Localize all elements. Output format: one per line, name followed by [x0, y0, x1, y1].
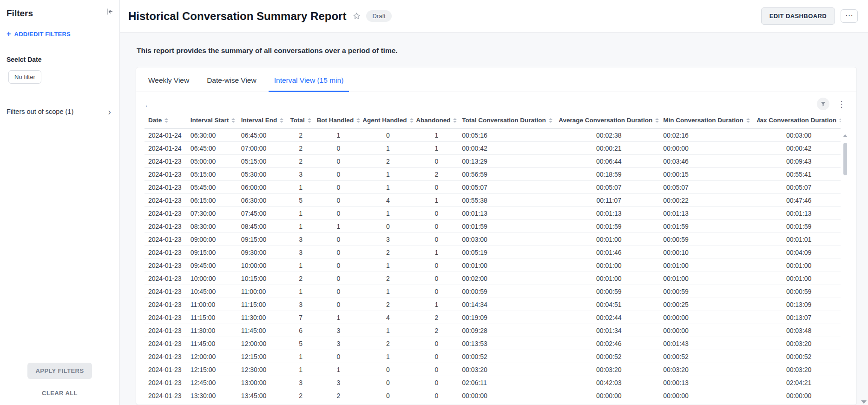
- collapse-sidebar-icon[interactable]: [105, 7, 114, 18]
- cell-interval-end: 06:45:00: [237, 129, 286, 142]
- cell-interval-end: 12:30:00: [237, 363, 286, 376]
- column-header-interval-start[interactable]: Interval Start: [187, 114, 237, 129]
- cell-agent-handled: 0: [361, 220, 414, 233]
- cell-max-conversation-duration: 00:04:09: [757, 246, 841, 259]
- cell-average-conversation-duration: 00:01:59: [558, 220, 659, 233]
- report-table: DateInterval StartInterval EndTotalBot H…: [145, 114, 841, 402]
- cell-agent-handled: 1: [361, 259, 414, 272]
- column-header-min-conversation-duration[interactable]: Min Conversation Duration: [659, 114, 757, 129]
- cell-interval-start: 10:45:00: [187, 285, 237, 298]
- cell-agent-handled: 1: [361, 207, 414, 220]
- cell-bot-handled: 1: [316, 311, 361, 324]
- cell-interval-start: 09:00:00: [187, 233, 237, 246]
- favorite-star-icon[interactable]: [353, 12, 361, 20]
- cell-interval-end: 11:15:00: [237, 298, 286, 311]
- edit-dashboard-button[interactable]: EDIT DASHBOARD: [761, 7, 835, 25]
- cell-abandoned: 2: [414, 311, 458, 324]
- table-row: 2024-01-2309:45:0010:00:00101000:01:0000…: [145, 259, 841, 272]
- cell-total-conversation-duration: 00:13:53: [458, 337, 558, 350]
- table-scrollbar[interactable]: [842, 133, 848, 405]
- column-label: Average Conversation Duration: [559, 117, 652, 124]
- cell-agent-handled: 4: [361, 311, 414, 324]
- column-header-bot-handled[interactable]: Bot Handled: [316, 114, 361, 129]
- tabs: Weekly ViewDate-wise ViewInterval View (…: [136, 67, 856, 92]
- column-header-abandoned[interactable]: Abandoned: [414, 114, 458, 129]
- cell-abandoned: 1: [414, 194, 458, 207]
- cell-interval-start: 11:15:00: [187, 311, 237, 324]
- scrollbar-up-arrow-icon[interactable]: [843, 134, 848, 137]
- cell-date: 2024-01-23: [145, 168, 187, 181]
- page-title: Historical Conversation Summary Report: [128, 10, 346, 23]
- column-header-total[interactable]: Total: [286, 114, 316, 129]
- table-kebab-menu-button[interactable]: ⋮: [836, 99, 847, 109]
- column-label: Date: [148, 117, 162, 124]
- cell-interval-start: 11:00:00: [187, 298, 237, 311]
- table-row: 2024-01-2305:15:0005:30:00301200:56:5900…: [145, 168, 841, 181]
- cell-date: 2024-01-23: [145, 376, 187, 389]
- cell-total: 2: [286, 155, 316, 168]
- tab-weekly-view[interactable]: Weekly View: [146, 67, 191, 92]
- sort-icon: [746, 118, 750, 123]
- column-header-agent-handled[interactable]: Agent Handled: [361, 114, 414, 129]
- cell-total: 3: [286, 246, 316, 259]
- no-filter-chip[interactable]: No filter: [8, 70, 41, 84]
- cell-total: 2: [286, 129, 316, 142]
- table-row: 2024-01-2305:00:0005:15:00202000:13:2900…: [145, 155, 841, 168]
- cell-min-conversation-duration: 00:05:07: [659, 181, 757, 194]
- cell-max-conversation-duration: 00:01:59: [757, 220, 841, 233]
- cell-abandoned: 0: [414, 363, 458, 376]
- cell-average-conversation-duration: 00:01:46: [558, 246, 659, 259]
- filters-out-of-scope-toggle[interactable]: Filters out of scope (1) ›: [7, 108, 113, 115]
- column-header-max-conversation-duration[interactable]: Max Conversation Duration: [757, 114, 841, 129]
- page-scroll-down-arrow-icon[interactable]: [861, 400, 867, 404]
- cell-average-conversation-duration: 00:01:00: [558, 233, 659, 246]
- apply-filters-button[interactable]: APPLY FILTERS: [27, 363, 92, 379]
- column-header-date[interactable]: Date: [145, 114, 187, 129]
- cell-bot-handled: 0: [316, 142, 361, 155]
- table-filter-button[interactable]: [817, 98, 829, 110]
- column-header-interval-end[interactable]: Interval End: [237, 114, 286, 129]
- cell-bot-handled: 0: [316, 259, 361, 272]
- cell-bot-handled: 1: [316, 363, 361, 376]
- table-row: 2024-01-2309:00:0009:15:00303000:03:0000…: [145, 233, 841, 246]
- cell-average-conversation-duration: 00:01:00: [558, 272, 659, 285]
- cell-abandoned: 0: [414, 285, 458, 298]
- cell-bot-handled: 0: [316, 168, 361, 181]
- tab-date-wise-view[interactable]: Date-wise View: [205, 67, 258, 92]
- cell-bot-handled: 0: [316, 181, 361, 194]
- cell-total-conversation-duration: 00:13:29: [458, 155, 558, 168]
- more-menu-button[interactable]: ···: [841, 9, 858, 23]
- cell-date: 2024-01-23: [145, 220, 187, 233]
- cell-agent-handled: 2: [361, 272, 414, 285]
- table-row: 2024-01-2406:45:0007:00:00201100:00:4200…: [145, 142, 841, 155]
- table-row: 2024-01-2306:15:0006:30:00504100:55:3800…: [145, 194, 841, 207]
- column-header-total-conversation-duration[interactable]: Total Conversation Duration: [458, 114, 558, 129]
- cell-date: 2024-01-23: [145, 337, 187, 350]
- cell-abandoned: 0: [414, 337, 458, 350]
- column-header-average-conversation-duration[interactable]: Average Conversation Duration: [558, 114, 659, 129]
- add-edit-filters-button[interactable]: + ADD/EDIT FILTERS: [7, 30, 113, 38]
- clear-all-button[interactable]: CLEAR ALL: [0, 390, 119, 397]
- cell-max-conversation-duration: 00:01:01: [757, 233, 841, 246]
- cell-agent-handled: 0: [361, 376, 414, 389]
- cell-max-conversation-duration: 00:55:41: [757, 168, 841, 181]
- cell-total: 1: [286, 363, 316, 376]
- cell-agent-handled: 1: [361, 181, 414, 194]
- cell-average-conversation-duration: 00:01:34: [558, 324, 659, 337]
- cell-average-conversation-duration: 00:00:59: [558, 285, 659, 298]
- cell-bot-handled: 0: [316, 233, 361, 246]
- cell-max-conversation-duration: 02:04:21: [757, 376, 841, 389]
- tab-interval-view-15-min[interactable]: Interval View (15 min): [272, 67, 346, 92]
- cell-agent-handled: 2: [361, 246, 414, 259]
- widget-header: . ⋮: [145, 97, 848, 114]
- cell-agent-handled: 2: [361, 298, 414, 311]
- cell-max-conversation-duration: 00:13:07: [757, 311, 841, 324]
- sidebar-title: Filters: [7, 8, 113, 19]
- cell-agent-handled: 2: [361, 155, 414, 168]
- column-label: Abandoned: [416, 117, 450, 124]
- table-row: 2024-01-2311:00:0011:15:00302100:14:3400…: [145, 298, 841, 311]
- cell-abandoned: 0: [414, 181, 458, 194]
- cell-total-conversation-duration: 00:00:42: [458, 142, 558, 155]
- sort-icon: [308, 118, 311, 123]
- scrollbar-thumb[interactable]: [843, 143, 847, 175]
